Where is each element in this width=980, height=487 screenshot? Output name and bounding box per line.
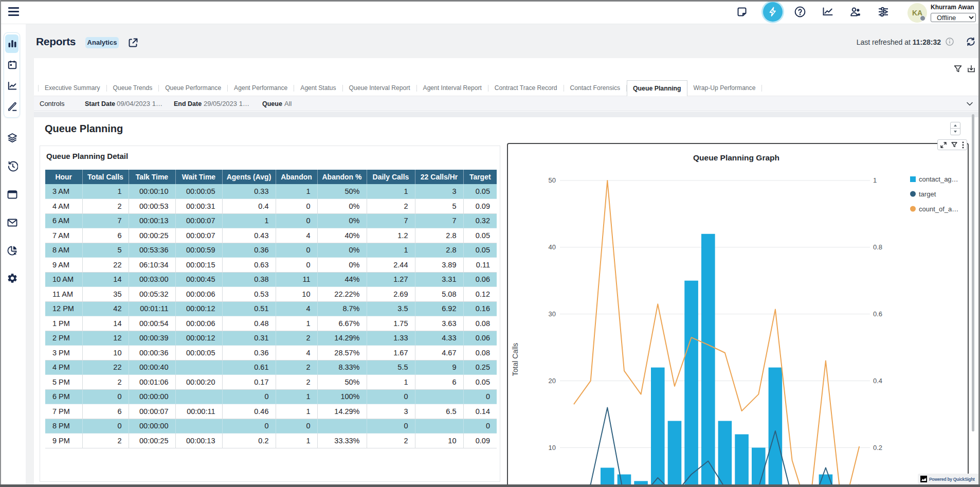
- svg-text:0.4: 0.4: [873, 377, 882, 385]
- svg-text:10: 10: [549, 444, 556, 452]
- svg-text:Queue Planning Graph: Queue Planning Graph: [693, 153, 779, 162]
- svg-text:target: target: [919, 190, 936, 198]
- svg-text:0.8: 0.8: [873, 243, 882, 251]
- svg-text:0.6: 0.6: [873, 310, 882, 318]
- svg-text:contact_ag…: contact_ag…: [919, 175, 958, 183]
- svg-text:40: 40: [549, 243, 556, 251]
- svg-text:30: 30: [549, 310, 556, 318]
- svg-text:Total Calls: Total Calls: [511, 343, 519, 376]
- svg-text:20: 20: [549, 377, 556, 385]
- svg-text:1: 1: [873, 176, 877, 184]
- svg-text:0.2: 0.2: [873, 444, 882, 452]
- svg-text:count_of_a…: count_of_a…: [919, 205, 958, 213]
- svg-text:50: 50: [549, 176, 556, 184]
